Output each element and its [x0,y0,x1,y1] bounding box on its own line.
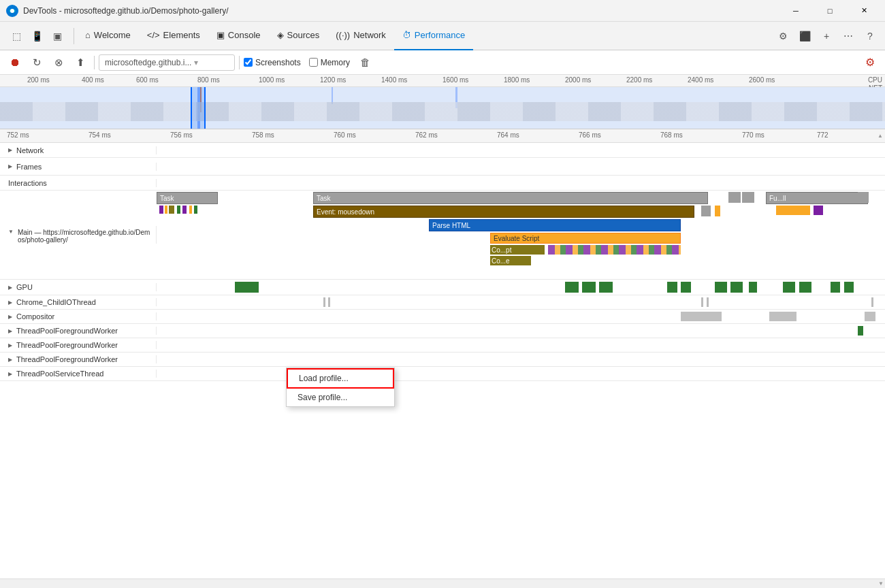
ruler-mark-1000: 1000 ms [259,76,285,84]
sidebar-icon[interactable]: ▣ [48,27,67,46]
track-thread1-label[interactable]: ThreadPoolForegroundWorker [0,327,157,335]
track-childio-row: Chrome_ChildIOThread [0,295,885,310]
gpu-block-8 [730,282,743,293]
help-icon[interactable]: ? [860,27,880,46]
dock-icon[interactable]: ⬛ [795,27,814,46]
upload-button[interactable]: ⬆ [71,53,90,72]
ruler-mark-2400: 2400 ms [688,76,713,84]
screencast-icon[interactable]: ⬚ [7,27,26,46]
cpu-label: CPU [868,76,882,84]
detail-mark-756: 756 ms [170,131,193,139]
detail-mark-760: 760 ms [334,131,356,139]
screenshots-checkbox[interactable]: Screenshots [244,58,301,67]
clear-button[interactable]: ⊗ [49,53,68,72]
gpu-block-3 [582,282,596,293]
toolbar-divider-1 [94,56,95,69]
track-compositor-content [157,310,875,323]
close-button[interactable]: ✕ [848,0,880,22]
task-bar-2: Task [313,192,708,204]
mini-bar-yellow-1 [165,206,167,214]
track-service-label[interactable]: ThreadPoolServiceThread [0,370,157,378]
track-interactions-row: Interactions [0,176,885,191]
selection-highlight [191,87,206,129]
scroll-up-icon[interactable]: ▲ [875,129,885,142]
track-gpu-label[interactable]: GPU [0,283,157,291]
gpu-block-12 [831,282,840,293]
settings-gear-icon[interactable]: ⚙ [773,27,792,46]
compile-bar-1: Co...pt [490,245,545,255]
add-tab-icon[interactable]: + [817,27,836,46]
tab-console[interactable]: ▣ Console [208,22,269,50]
maximize-button[interactable]: □ [814,0,846,22]
device-emulation-icon[interactable]: 📱 [27,27,46,46]
save-profile-item[interactable]: Save profile... [287,389,394,406]
devtools-main: 200 ms 400 ms 600 ms 800 ms 1000 ms 1200… [0,75,885,588]
track-compositor-row: Compositor [0,310,885,324]
scroll-down-icon[interactable]: ▼ [878,581,884,587]
track-gpu-row: GPU [0,280,885,295]
yellow-bar-1 [715,206,720,216]
track-network-label[interactable]: Network [0,146,157,154]
mini-bar-green-2 [194,206,197,214]
delete-icon[interactable]: 🗑 [355,53,374,72]
network-icon: ((·)) [336,30,350,40]
detail-timeline: 752 ms 754 ms 756 ms 758 ms 760 ms 762 m… [0,129,885,588]
gray-bar-1 [701,206,711,216]
ruler-mark-400: 400 ms [82,76,104,84]
track-thread2-label[interactable]: ThreadPoolForegroundWorker [0,341,157,349]
tab-network[interactable]: ((·)) Network [327,22,394,50]
track-compositor-label[interactable]: Compositor [0,312,157,321]
track-main-label[interactable]: Main — https://microsoftedge.github.io/D… [0,226,157,244]
reload-record-button[interactable]: ↻ [27,53,46,72]
gpu-block-5 [667,282,677,293]
mini-bar-purple-2 [182,206,187,214]
ruler-mark-200: 200 ms [27,76,50,84]
mini-bar-yellow-2 [189,206,192,214]
tab-sources[interactable]: ◈ Sources [269,22,328,50]
ruler-mark-1800: 1800 ms [504,76,530,84]
thread1-bar [858,326,863,336]
tab-elements[interactable]: </> Elements [139,22,208,50]
purple-bar-main [814,206,823,215]
ruler-mark-2600: 2600 ms [749,76,775,84]
url-dropdown-icon[interactable]: ▾ [194,58,198,67]
svg-point-1 [10,9,14,13]
task-bar-3: Fu...ll [766,192,868,204]
timeline-overview: 200 ms 400 ms 600 ms 800 ms 1000 ms 1200… [0,75,885,129]
track-childio-label[interactable]: Chrome_ChildIOThread [0,298,157,306]
ruler-mark-1200: 1200 ms [320,76,346,84]
timeline-content[interactable] [0,87,885,129]
gpu-block-7 [715,282,727,293]
full-bar [776,206,810,215]
track-interactions-label[interactable]: Interactions [0,179,157,187]
url-bar: microsoftedge.github.i... ▾ [99,54,235,71]
mini-bar-purple-1 [159,206,163,214]
track-service-row: ThreadPoolServiceThread [0,367,885,381]
task-bar-1: Task [157,192,218,204]
childio-bar-2 [328,297,330,307]
track-thread3-content [157,353,875,366]
performance-settings-icon[interactable]: ⚙ [860,53,880,72]
gpu-block-4 [599,282,613,293]
minimize-button[interactable]: ─ [780,0,811,22]
gpu-block-10 [783,282,795,293]
track-thread3-label[interactable]: ThreadPoolForegroundWorker [0,355,157,363]
detail-mark-754: 754 ms [88,131,111,139]
track-frames-label[interactable]: Frames [0,163,157,171]
compile-bar-2: Co...e [490,256,531,265]
performance-icon: ⏱ [402,30,411,40]
load-profile-item[interactable]: Load profile... [287,368,394,389]
detail-mark-764: 764 ms [497,131,519,139]
compositor-bar-2 [769,312,796,321]
tab-welcome[interactable]: ⌂ Welcome [77,22,139,50]
detail-mark-752: 752 ms [7,131,29,139]
record-button[interactable]: ⏺ [5,53,25,72]
memory-checkbox[interactable]: Memory [309,58,350,67]
tab-performance[interactable]: ⏱ Performance [394,22,473,50]
gpu-block-11 [799,282,811,293]
nav-tabs: ⌂ Welcome </> Elements ▣ Console ◈ Sourc… [77,22,773,50]
gpu-block-13 [844,282,854,293]
more-icon[interactable]: ⋯ [839,27,858,46]
detail-mark-770: 770 ms [742,131,765,139]
event-mousedown-bar: Event: mousedown [313,206,694,218]
